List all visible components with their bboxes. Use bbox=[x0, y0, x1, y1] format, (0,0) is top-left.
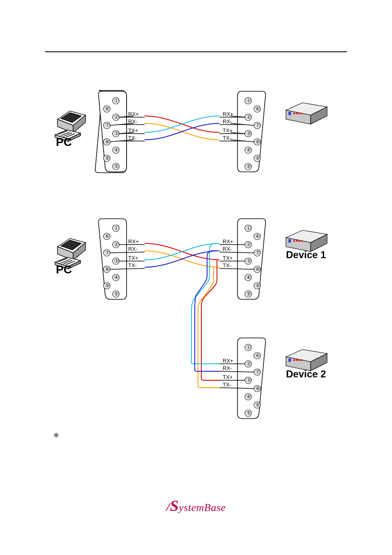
svg-rect-70 bbox=[298, 240, 300, 242]
d1-left-pin4: ④ bbox=[114, 147, 119, 153]
svg-rect-18 bbox=[301, 113, 302, 114]
d2-r1-pin2: ② bbox=[246, 241, 251, 247]
d2-r2-pin3: ③ bbox=[246, 377, 251, 383]
d2-l-rxm: RX- bbox=[128, 246, 137, 252]
d1-right-pin9: ⑨ bbox=[255, 155, 260, 161]
svg-rect-78 bbox=[298, 359, 300, 361]
right-connector-1 bbox=[238, 219, 265, 299]
d2-r1-txp: TX+ bbox=[223, 255, 233, 261]
d1-r-rxp: RX+ bbox=[223, 111, 233, 117]
d2-r1-pin6: ⑥ bbox=[255, 233, 260, 239]
d2-left-pin3: ③ bbox=[114, 258, 119, 264]
d2-r2-pin7: ⑦ bbox=[255, 369, 260, 375]
d1-left-pin8: ⑧ bbox=[105, 139, 110, 145]
d1-right-pin5: ⑤ bbox=[246, 163, 251, 169]
svg-rect-16 bbox=[296, 113, 297, 114]
d2-r2-pin2: ② bbox=[246, 361, 251, 367]
logo-rest: ystemBase bbox=[179, 502, 226, 513]
d2-r2-rxp: RX+ bbox=[223, 358, 233, 364]
d2-r2-pin9: ⑨ bbox=[255, 402, 260, 408]
d1-right-pin7: ⑦ bbox=[255, 122, 260, 128]
page: ① ② ③ ④ ⑤ ⑥ ⑦ ⑧ ⑨ ① ② ③ ④ ⑤ ⑥ ⑦ ⑧ ⑨ RX+ … bbox=[0, 0, 392, 555]
d2-pc-label: PC bbox=[56, 263, 72, 276]
d1-right-pin8: ⑧ bbox=[255, 139, 260, 145]
diagram-1 bbox=[49, 86, 341, 181]
d1-l-rxp: RX+ bbox=[128, 111, 139, 117]
logo-s: S bbox=[170, 497, 179, 514]
d2-left-pin1: ① bbox=[114, 225, 119, 231]
diagram-2 bbox=[49, 214, 341, 428]
d2-l-rxp: RX+ bbox=[128, 238, 139, 245]
left-connector bbox=[95, 90, 127, 173]
d1-left-pin9: ⑨ bbox=[105, 155, 110, 161]
d1-l-rxm: RX- bbox=[128, 118, 137, 125]
d2-left-pin5: ⑤ bbox=[114, 291, 119, 297]
d2-r2-txp: TX+ bbox=[223, 374, 233, 380]
d2-left-pin2: ② bbox=[114, 241, 119, 247]
d1-left-pin3: ③ bbox=[114, 130, 119, 136]
svg-rect-14 bbox=[288, 112, 291, 115]
d1-left-pin2: ② bbox=[114, 114, 119, 120]
right-connector-2 bbox=[238, 338, 265, 419]
d1-left-pin6: ⑥ bbox=[105, 106, 110, 112]
right-connector bbox=[238, 91, 265, 172]
device2-icon bbox=[286, 349, 327, 371]
d2-left-pin8: ⑧ bbox=[105, 266, 110, 272]
d1-left-pin7: ⑦ bbox=[105, 122, 110, 128]
d2-left-pin6: ⑥ bbox=[105, 233, 110, 239]
d2-left-pin7: ⑦ bbox=[105, 250, 110, 256]
d2-r1-txm: TX- bbox=[223, 262, 231, 268]
d1-r-rxm: RX- bbox=[223, 118, 232, 125]
d2-r2-pin8: ⑧ bbox=[255, 385, 260, 391]
d2-r2-rxm: RX- bbox=[223, 365, 232, 371]
device-icon bbox=[286, 103, 327, 124]
d1-right-pin1: ① bbox=[246, 97, 251, 104]
d1-right-pin3: ③ bbox=[246, 130, 251, 136]
svg-rect-15 bbox=[293, 113, 295, 114]
d2-left-pin4: ④ bbox=[114, 274, 119, 280]
svg-rect-71 bbox=[301, 240, 302, 242]
d2-l-txp: TX+ bbox=[128, 255, 138, 261]
d1-left-pin5: ⑤ bbox=[114, 163, 119, 169]
d2-r1-pin7: ⑦ bbox=[255, 250, 260, 256]
d2-r2-pin6: ⑥ bbox=[255, 352, 260, 358]
d2-r1-pin5: ⑤ bbox=[246, 291, 251, 297]
d2-left-pin9: ⑨ bbox=[105, 282, 110, 289]
device1-icon bbox=[286, 230, 327, 252]
svg-rect-17 bbox=[298, 113, 300, 114]
svg-rect-67 bbox=[288, 239, 291, 243]
svg-rect-68 bbox=[293, 240, 295, 242]
d2-r1-pin4: ④ bbox=[246, 274, 251, 280]
d2-r1-pin8: ⑧ bbox=[255, 266, 260, 272]
logo: /SystemBase bbox=[0, 497, 392, 515]
svg-rect-79 bbox=[301, 359, 302, 361]
d2-r1-pin9: ⑨ bbox=[255, 282, 260, 289]
d1-r-txm: TX- bbox=[223, 135, 231, 141]
d2-r1-pin3: ③ bbox=[246, 258, 251, 264]
d2-r1-rxp: RX+ bbox=[223, 238, 233, 245]
d1-right-pin6: ⑥ bbox=[255, 106, 260, 112]
d2-r2-pin4: ④ bbox=[246, 393, 251, 400]
device2-label: Device 2 bbox=[286, 368, 326, 380]
device1-label: Device 1 bbox=[286, 249, 326, 261]
d1-pc-label: PC bbox=[56, 136, 72, 149]
d2-r2-pin1: ① bbox=[246, 344, 251, 350]
d2-r2-pin5: ⑤ bbox=[246, 410, 251, 416]
d2-l-txm: TX- bbox=[128, 262, 137, 268]
svg-rect-77 bbox=[296, 359, 297, 361]
footnote-marker: ※ bbox=[53, 432, 59, 439]
d1-l-txp: TX+ bbox=[128, 127, 138, 134]
d1-right-pin2: ② bbox=[246, 114, 251, 120]
svg-rect-76 bbox=[293, 359, 295, 361]
d1-r-txp: TX+ bbox=[223, 127, 233, 134]
d1-right-pin4: ④ bbox=[246, 147, 251, 153]
top-rule bbox=[45, 51, 347, 52]
d1-l-txm: TX- bbox=[128, 135, 137, 141]
d2-r2-txm: TX- bbox=[223, 382, 231, 388]
d2-r1-pin1: ① bbox=[246, 225, 251, 231]
svg-rect-75 bbox=[288, 358, 291, 362]
svg-rect-69 bbox=[296, 240, 297, 242]
left-connector bbox=[99, 219, 127, 299]
d1-left-pin1: ① bbox=[114, 97, 119, 104]
d2-r1-rxm: RX- bbox=[223, 246, 232, 252]
